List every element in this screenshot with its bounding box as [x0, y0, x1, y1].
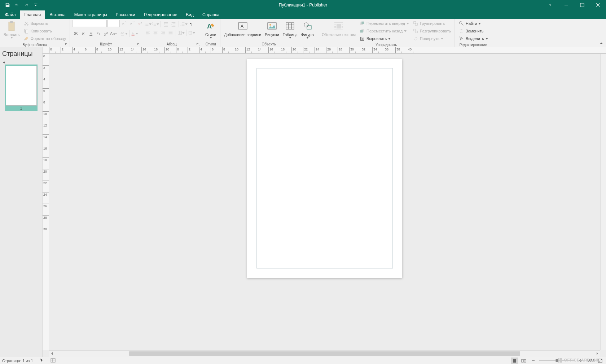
view-single-page-button[interactable]	[511, 358, 518, 364]
zoom-in-button[interactable]	[577, 358, 584, 364]
brush-icon	[23, 36, 29, 41]
tab-file[interactable]: Файл	[1, 10, 20, 19]
pages-panel-title: Страницы	[1, 49, 41, 60]
align-center-button[interactable]	[152, 29, 159, 36]
font-name-input[interactable]	[72, 20, 107, 27]
undo-button[interactable]	[13, 1, 21, 9]
columns-button[interactable]	[177, 29, 185, 36]
font-color-button[interactable]: A	[131, 30, 138, 37]
copy-icon	[23, 28, 29, 34]
align-right-button[interactable]	[159, 29, 167, 36]
tab-review[interactable]: Рецензирование	[140, 10, 182, 19]
wrap-text-button[interactable]: Обтекание текстом	[320, 20, 357, 37]
subscript-button[interactable]: x2	[95, 30, 102, 37]
copy-button[interactable]: Копировать	[22, 27, 68, 35]
zoom-out-button[interactable]	[530, 358, 537, 364]
align-button[interactable]: Выровнять	[358, 35, 410, 42]
rotate-button[interactable]: Повернуть	[411, 35, 452, 42]
increase-indent-button[interactable]	[170, 21, 177, 28]
svg-rect-27	[286, 23, 294, 29]
send-backward-button[interactable]: Переместить назад	[358, 27, 410, 35]
group-objects: A Добавление надписи Рисунки Таблица Фиг…	[220, 19, 318, 47]
underline-button[interactable]: Ч	[87, 30, 95, 37]
italic-button[interactable]: К	[80, 30, 87, 37]
page-thumbnail[interactable]: 1	[5, 65, 38, 111]
fit-page-button[interactable]	[597, 358, 604, 364]
scroll-right-button[interactable]	[594, 351, 600, 356]
justify-button[interactable]	[167, 29, 174, 36]
horizontal-scrollbar[interactable]	[49, 350, 600, 357]
decrease-indent-button[interactable]	[162, 21, 170, 28]
svg-rect-42	[51, 359, 55, 362]
font-size-input[interactable]	[107, 20, 120, 27]
numbering-button[interactable]: 12	[152, 21, 159, 28]
group-button[interactable]: Группировать	[411, 20, 452, 27]
tab-help[interactable]: Справка	[198, 10, 224, 19]
svg-rect-3	[10, 21, 13, 23]
svg-rect-7	[25, 30, 28, 33]
qat-customize[interactable]	[32, 1, 40, 9]
grow-font-button[interactable]: A	[120, 20, 128, 27]
pages-collapse-button[interactable]: ◂	[1, 60, 41, 65]
pilcrow-button[interactable]: ¶	[188, 21, 195, 28]
tab-home[interactable]: Главная	[20, 10, 45, 19]
tab-view[interactable]: Вид	[181, 10, 198, 19]
chevron-down-icon	[306, 37, 309, 39]
window-controls: ?	[543, 0, 606, 10]
minimize-button[interactable]	[558, 0, 574, 10]
text-direction-button[interactable]	[188, 29, 195, 36]
canvas-viewport[interactable]	[49, 54, 600, 350]
superscript-button[interactable]: x2	[102, 30, 110, 37]
redo-button[interactable]	[22, 1, 30, 9]
shapes-icon	[302, 21, 313, 32]
collapse-ribbon-button[interactable]	[599, 41, 604, 46]
tab-mailings[interactable]: Рассылки	[111, 10, 140, 19]
vertical-ruler[interactable]: 024681012141618202224262830	[43, 54, 49, 350]
scroll-left-button[interactable]	[49, 351, 55, 356]
bold-button[interactable]: Ж	[72, 30, 79, 37]
titlebar: Публикация1 - Publisher ?	[0, 0, 606, 10]
char-spacing-button[interactable]: AV	[120, 30, 128, 37]
dialog-launcher[interactable]	[65, 42, 69, 46]
zoom-level[interactable]: 65%	[587, 359, 594, 363]
close-button[interactable]	[590, 0, 606, 10]
shapes-button[interactable]: Фигуры	[300, 20, 316, 39]
paste-button[interactable]: Вставить	[2, 20, 21, 39]
draw-textbox-button[interactable]: A Добавление надписи	[223, 20, 263, 37]
view-two-page-button[interactable]	[520, 358, 527, 364]
page-indicator[interactable]: Страница: 1 из 1	[2, 359, 33, 363]
tab-page-design[interactable]: Макет страницы	[70, 10, 111, 19]
format-painter-button[interactable]: Формат по образцу	[22, 35, 68, 42]
vertical-scrollbar[interactable]	[600, 54, 606, 350]
horizontal-ruler[interactable]: 0246810121416182002468101214161820222426…	[49, 47, 606, 54]
align-left-button[interactable]	[144, 29, 152, 36]
find-button[interactable]: Найти	[457, 20, 489, 27]
chevron-down-icon	[210, 37, 212, 39]
change-case-button[interactable]: Aa	[110, 30, 117, 37]
forward-icon	[359, 21, 365, 26]
ungroup-button[interactable]: Разгруппировать	[411, 27, 452, 35]
help-button[interactable]: ?	[543, 0, 558, 10]
svg-rect-13	[132, 35, 135, 35]
dialog-launcher[interactable]	[196, 42, 200, 46]
pictures-button[interactable]: Рисунки	[263, 20, 281, 37]
shrink-font-button[interactable]: A	[128, 20, 136, 27]
bring-forward-button[interactable]: Переместить вперед	[358, 20, 410, 27]
table-button[interactable]: Таблица	[281, 20, 299, 39]
maximize-button[interactable]	[574, 0, 590, 10]
line-spacing-button[interactable]	[180, 21, 188, 28]
dialog-launcher[interactable]	[137, 42, 141, 46]
scissors-icon	[23, 21, 29, 26]
pointer-mode-icon[interactable]	[40, 358, 44, 363]
cut-button[interactable]: Вырезать	[22, 20, 68, 27]
tab-insert[interactable]: Вставка	[45, 10, 70, 19]
scrollbar-thumb[interactable]	[129, 351, 520, 356]
save-button[interactable]	[4, 1, 12, 9]
styles-button[interactable]: A Стили	[203, 20, 218, 39]
select-button[interactable]: Выделить	[457, 35, 489, 42]
replace-button[interactable]: Заменить	[457, 27, 489, 35]
page[interactable]	[247, 59, 402, 278]
svg-rect-39	[414, 29, 416, 31]
zoom-slider[interactable]	[539, 360, 575, 361]
bullets-button[interactable]	[144, 21, 152, 28]
